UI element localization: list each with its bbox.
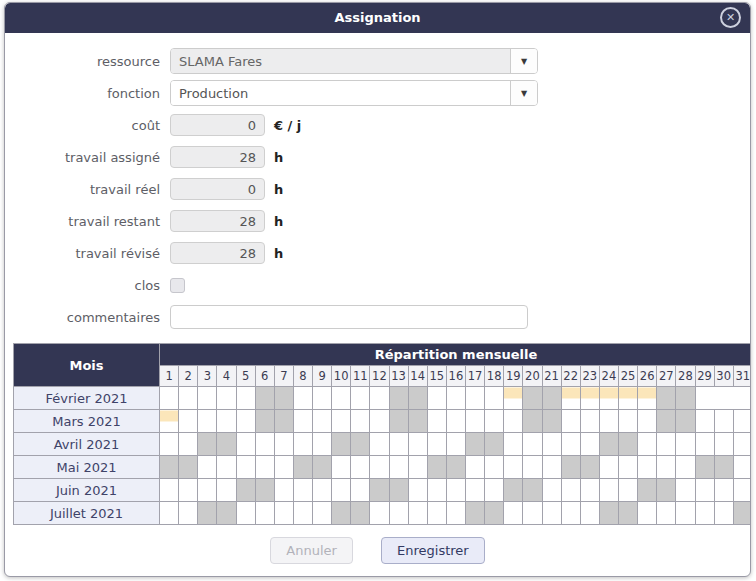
field-row-travail-restant: travail restant 28 h: [5, 208, 750, 234]
day-cell: [466, 387, 485, 410]
day-cell: [408, 410, 427, 433]
day-cell: [561, 456, 580, 479]
day-cell: [466, 456, 485, 479]
day-header: 6: [255, 366, 274, 387]
day-cell: [714, 387, 733, 410]
day-cell: [619, 433, 638, 456]
day-cell: [274, 387, 293, 410]
chevron-down-icon: ▼: [521, 57, 527, 66]
day-cell: [217, 387, 236, 410]
day-cell: [504, 387, 523, 410]
field-row-fonction: fonction Production ▼: [5, 80, 750, 106]
cout-unit: € / j: [274, 118, 301, 133]
day-cell: [561, 387, 580, 410]
day-cell: [695, 410, 714, 433]
day-cell: [370, 433, 389, 456]
day-header: 27: [657, 366, 676, 387]
field-row-ressource: ressource SLAMA Fares ▼: [5, 48, 750, 74]
day-header: 2: [179, 366, 198, 387]
day-cell: [313, 502, 332, 525]
day-cell: [160, 456, 179, 479]
travail-restant-input[interactable]: 28: [170, 210, 265, 232]
clos-checkbox[interactable]: [170, 278, 185, 293]
field-row-cout: coût 0 € / j: [5, 112, 750, 138]
travail-reel-input[interactable]: 0: [170, 178, 265, 200]
day-header: 11: [351, 366, 370, 387]
day-cell: [599, 479, 618, 502]
day-cell: [313, 410, 332, 433]
day-cell: [370, 502, 389, 525]
day-cell: [274, 479, 293, 502]
day-header: 26: [638, 366, 657, 387]
day-header: 9: [313, 366, 332, 387]
day-cell: [389, 410, 408, 433]
cout-input[interactable]: 0: [170, 114, 265, 136]
day-header: 30: [714, 366, 733, 387]
cancel-button[interactable]: Annuler: [270, 537, 353, 564]
day-cell: [561, 410, 580, 433]
day-cell: [217, 456, 236, 479]
day-cell: [657, 479, 676, 502]
day-cell: [695, 456, 714, 479]
travail-restant-label: travail restant: [5, 214, 170, 229]
day-cell: [485, 410, 504, 433]
day-cell: [466, 479, 485, 502]
ressource-select[interactable]: SLAMA Fares ▼: [170, 48, 538, 74]
day-cell: [351, 479, 370, 502]
save-button[interactable]: Enregistrer: [381, 537, 485, 564]
commentaires-input[interactable]: [170, 305, 528, 329]
day-cell: [599, 456, 618, 479]
day-cell: [217, 479, 236, 502]
close-icon[interactable]: ✕: [720, 7, 741, 28]
fonction-select[interactable]: Production ▼: [170, 80, 538, 106]
month-row: Février 2021: [14, 387, 752, 410]
commentaires-label: commentaires: [5, 310, 170, 325]
day-cell: [542, 502, 561, 525]
day-cell: [504, 502, 523, 525]
day-cell: [332, 456, 351, 479]
day-cell: [599, 410, 618, 433]
day-cell: [523, 502, 542, 525]
day-cell: [657, 410, 676, 433]
travail-revise-unit: h: [274, 246, 283, 261]
travail-revise-input[interactable]: 28: [170, 242, 265, 264]
chevron-down-icon: ▼: [521, 89, 527, 98]
day-cell: [580, 456, 599, 479]
day-cell: [293, 479, 312, 502]
month-row: Mars 2021: [14, 410, 752, 433]
ressource-dropdown-button[interactable]: ▼: [510, 49, 537, 73]
month-label: Juillet 2021: [14, 502, 160, 525]
day-header: 23: [580, 366, 599, 387]
day-cell: [160, 433, 179, 456]
day-cell: [179, 502, 198, 525]
day-cell: [446, 410, 465, 433]
day-cell: [638, 502, 657, 525]
day-cell: [523, 479, 542, 502]
day-cell: [351, 456, 370, 479]
month-row: Avril 2021: [14, 433, 752, 456]
day-cell: [714, 479, 733, 502]
dialog-title: Assignation: [5, 3, 750, 33]
day-cell: [638, 456, 657, 479]
day-cell: [236, 502, 255, 525]
day-cell: [485, 479, 504, 502]
field-row-commentaires: commentaires: [5, 304, 750, 330]
day-cell: [351, 387, 370, 410]
day-cell: [676, 502, 695, 525]
day-cell: [293, 410, 312, 433]
day-cell: [179, 387, 198, 410]
day-cell: [504, 433, 523, 456]
day-cell: [714, 456, 733, 479]
day-cell: [236, 410, 255, 433]
day-cell: [485, 502, 504, 525]
day-cell: [695, 502, 714, 525]
day-cell: [427, 502, 446, 525]
month-row: Juin 2021: [14, 479, 752, 502]
day-cell: [389, 456, 408, 479]
fonction-dropdown-button[interactable]: ▼: [510, 81, 537, 105]
travail-assigne-input[interactable]: 28: [170, 146, 265, 168]
day-cell: [523, 387, 542, 410]
field-row-travail-revise: travail révisé 28 h: [5, 240, 750, 266]
day-cell: [561, 502, 580, 525]
day-cell: [466, 433, 485, 456]
